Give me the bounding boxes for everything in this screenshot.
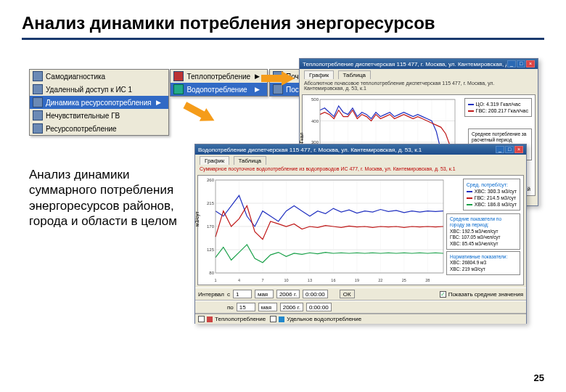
svg-text:10: 10 [284,278,288,282]
svg-text:80: 80 [209,271,214,275]
titlebar[interactable]: Теплопотребление диспетчерская 115 477, … [300,59,538,69]
tab-table[interactable]: Таблица [234,156,266,165]
menu-item[interactable]: Ресурсопотребление [30,122,168,135]
to-day-field[interactable]: 15 [237,303,255,311]
cal-icon [273,84,283,94]
svg-text:125: 125 [207,248,215,252]
from-month-field[interactable]: мая [255,290,274,298]
menu-column-2: Теплопотребление▶Водопотребление▶ [170,69,268,97]
from-time-field[interactable]: 0:00:00 [303,290,328,298]
to-label: по [227,304,234,311]
slide-description: Анализ динамики суммарного потребления э… [29,167,181,229]
svg-text:22: 22 [378,278,382,282]
gear-icon [33,71,43,81]
menu-item-label: Ресурсопотребление [46,125,117,133]
menu-item[interactable]: Удаленный доступ к ИС 1 [30,83,168,96]
tab-table[interactable]: Таблица [338,70,371,79]
menu-item-label: Водопотребление [186,86,247,94]
svg-text:170: 170 [207,224,215,229]
tab-graph[interactable]: График [304,70,334,79]
net-icon [33,84,43,94]
svg-text:4: 4 [238,278,240,282]
to-month-field[interactable]: мая [258,303,277,311]
svg-text:13: 13 [308,278,312,282]
checkbox-heat[interactable]: Теплопотребление [198,316,266,322]
window-title-text: Теплопотребление диспетчерская 115 477, … [303,61,506,68]
window-water: Водопотребление диспетчерская 115 477, г… [194,144,527,324]
svg-text:215: 215 [207,201,215,205]
y-axis-label: Гкал [299,133,304,144]
menu-item-label: Теплопотребление [186,73,250,81]
submenu-arrow-icon: ▶ [250,86,260,93]
svg-text:19: 19 [355,278,359,282]
checkbox-show-avg[interactable]: ✓Показать средние значения [440,291,523,298]
menu-item[interactable]: Водопотребление▶ [171,83,267,96]
legend-bot: Сред. потреб/сут:ХВС: 300.3 м3/сутГВС: 2… [463,179,520,211]
to-year-field[interactable]: 2006 г. [280,303,303,311]
tab-graph[interactable]: График [200,156,229,165]
note-city: Средние показатели по городу за период: … [446,213,520,250]
maximize-icon[interactable]: □ [505,146,514,153]
legend-top: ЦО: 4.319 Гкал/часГВС: 200.217 Гкал/час [464,98,532,117]
menu-item-label: Самодиагностика [46,73,105,81]
chart-subtitle: Суммарное посуточное водопотребление из … [195,165,526,173]
minimize-icon[interactable]: _ [507,60,516,68]
svg-text:28: 28 [425,278,430,282]
water-icon [173,84,184,94]
svg-text:16: 16 [331,278,335,282]
close-icon[interactable]: × [526,60,535,68]
chart-subtitle: Абсолютное почасовое теплопотребление ди… [300,79,538,92]
svg-text:260: 260 [207,178,215,182]
menu-item[interactable]: Теплопотребление▶ [171,70,267,83]
title-rule [22,38,544,40]
from-label: с [227,291,230,298]
status-bar: Теплопотребление Удельное водопотреблени… [195,314,526,324]
svg-text:500: 500 [311,97,319,102]
to-time-field[interactable]: 0:00:00 [306,303,332,311]
db-icon [33,123,43,134]
menu-item[interactable]: Нечувствительные ГВ [30,109,168,122]
svg-text:25: 25 [402,278,406,282]
note-norm: Нормативные показатели: ХВС: 26804.9 м3 … [446,251,520,275]
menu-item-label: Нечувствительные ГВ [46,112,120,120]
maximize-icon[interactable]: □ [517,60,525,68]
menu-item-label: Динамика ресурсопотребления [46,99,152,107]
checkbox-water[interactable]: Удельное водопотребление [270,316,361,322]
date-toolbar: Интервал с 1 мая 2006 г. 0:00:00 ОК ✓Пок… [195,287,526,301]
titlebar[interactable]: Водопотребление диспетчерская 115 477, г… [195,144,526,155]
minimize-icon[interactable]: _ [496,146,504,153]
menu-column-1: СамодиагностикаУдаленный доступ к ИС 1Ди… [29,69,169,136]
submenu-arrow-icon: ▶ [250,73,260,80]
y-axis-label: м3/сут [194,211,200,226]
date-toolbar-2: Интервал по 15 мая 2006 г. 0:00:00 [195,301,526,314]
menu-item-label: Удаленный доступ к ИС 1 [46,86,132,94]
from-day-field[interactable]: 1 [233,290,252,298]
warn-icon [33,110,43,121]
close-icon[interactable]: × [514,146,523,153]
page-number: 25 [534,372,544,383]
svg-text:1: 1 [214,278,216,282]
chart-icon [33,97,43,107]
submenu-arrow-icon: ▶ [152,99,161,106]
ok-button[interactable]: ОК [340,290,355,298]
period-label: Интервал [198,291,224,298]
slide-title: Анализ динамики потребления энергоресурс… [22,13,544,33]
heat-icon [173,71,184,81]
window-title-text: Водопотребление диспетчерская 115 477, г… [198,147,495,153]
menu-item[interactable]: Самодиагностика [30,70,168,83]
svg-text:7: 7 [261,278,263,282]
arrow-icon [261,73,296,84]
menu-item[interactable]: Динамика ресурсопотребления▶ [30,96,168,109]
from-year-field[interactable]: 2006 г. [276,290,300,298]
svg-text:400: 400 [311,119,319,123]
